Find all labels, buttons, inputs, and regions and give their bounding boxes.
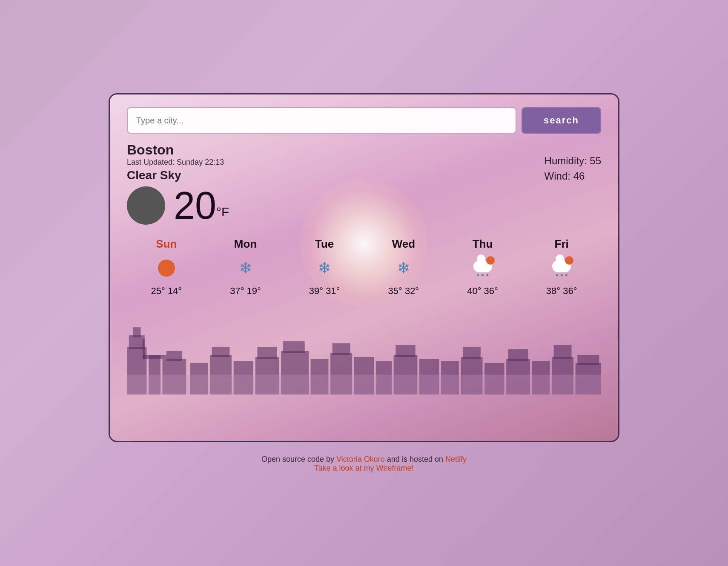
forecast-day-fri: Fri 38° 36° [522, 237, 601, 297]
forecast-row: Sun 25° 14° Mon ❄ 37° 19° Tue ❄ 39° 31° … [127, 237, 601, 305]
footer-text-middle: and is hosted on [385, 455, 445, 463]
search-input[interactable] [127, 107, 516, 134]
forecast-temps-wed: 35° 32° [388, 286, 419, 297]
temperature-display: 20°F [174, 186, 229, 225]
cloud-snow-icon [473, 260, 492, 276]
svg-rect-1 [129, 335, 145, 349]
search-button[interactable]: search [522, 107, 601, 134]
extra-info: Humidity: 55 Wind: 46 [545, 155, 601, 186]
temperature-value: 20 [174, 184, 216, 227]
footer-text-line2: Take a look at my Wireframe! [261, 464, 467, 473]
temperature-unit: °F [216, 205, 229, 219]
footer: Open source code by Victoria Okoro and i… [261, 455, 467, 473]
svg-rect-13 [257, 347, 277, 359]
day-label-mon: Mon [234, 237, 257, 251]
day-label-wed: Wed [392, 237, 415, 251]
humidity-label: Humidity: 55 [545, 155, 601, 167]
svg-rect-18 [332, 343, 350, 355]
day-label-tue: Tue [315, 237, 334, 251]
forecast-day-thu: Thu 40° 36° [443, 237, 522, 297]
forecast-icon-mon: ❄ [239, 257, 252, 279]
day-label-thu: Thu [473, 237, 493, 251]
forecast-icon-wed: ❄ [397, 257, 410, 279]
forecast-icon-tue: ❄ [318, 257, 331, 279]
forecast-day-sun: Sun 25° 14° [127, 237, 206, 297]
forecast-temps-sun: 25° 14° [151, 286, 182, 297]
wireframe-link[interactable]: Take a look at my Wireframe! [314, 464, 413, 472]
svg-rect-32 [554, 345, 572, 359]
location-info: Boston Last Updated: Sunday 22:13 Clear … [127, 142, 229, 225]
temperature-section: 20°F [127, 186, 229, 225]
host-link[interactable]: Netlify [445, 455, 467, 463]
svg-rect-5 [143, 339, 145, 359]
svg-rect-15 [283, 341, 305, 353]
city-name: Boston [127, 142, 229, 158]
svg-rect-7 [166, 351, 182, 361]
forecast-icon-sun [158, 257, 175, 279]
snowflake-icon: ❄ [318, 259, 331, 277]
condition-text: Clear Sky [127, 169, 229, 182]
svg-rect-34 [577, 355, 599, 365]
forecast-temps-mon: 37° 19° [230, 286, 261, 297]
author-link[interactable]: Victoria Okoro [336, 455, 385, 463]
forecast-temps-thu: 40° 36° [467, 286, 498, 297]
footer-text-before: Open source code by [261, 455, 336, 463]
sun-icon [158, 260, 175, 277]
forecast-temps-fri: 38° 36° [546, 286, 577, 297]
day-label-fri: Fri [555, 237, 569, 251]
last-updated: Last Updated: Sunday 22:13 [127, 158, 229, 167]
svg-rect-10 [212, 347, 230, 357]
svg-rect-2 [133, 327, 141, 337]
forecast-day-wed: Wed ❄ 35° 32° [364, 237, 443, 297]
cityscape [127, 309, 601, 394]
weather-card: search Boston Last Updated: Sunday 22:13… [109, 93, 619, 442]
snowflake-icon: ❄ [397, 259, 410, 277]
current-weather-icon [127, 186, 165, 225]
forecast-icon-fri [552, 257, 571, 279]
svg-rect-29 [508, 349, 528, 361]
svg-rect-35 [127, 375, 601, 394]
current-weather-section: Boston Last Updated: Sunday 22:13 Clear … [127, 142, 601, 225]
search-row: search [127, 107, 601, 134]
svg-rect-22 [396, 345, 415, 357]
snowflake-icon: ❄ [239, 259, 252, 277]
svg-rect-26 [463, 347, 481, 359]
forecast-temps-tue: 39° 31° [309, 286, 340, 297]
footer-text-line1: Open source code by Victoria Okoro and i… [261, 455, 467, 464]
forecast-day-tue: Tue ❄ 39° 31° [285, 237, 364, 297]
forecast-icon-thu [473, 257, 492, 279]
cloud-snow-icon [552, 260, 571, 276]
svg-rect-4 [143, 355, 166, 359]
wind-label: Wind: 46 [545, 170, 601, 182]
day-label-sun: Sun [156, 237, 177, 251]
forecast-day-mon: Mon ❄ 37° 19° [206, 237, 285, 297]
